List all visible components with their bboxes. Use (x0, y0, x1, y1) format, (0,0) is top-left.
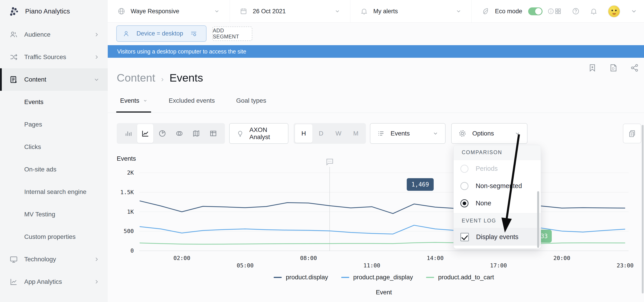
tab-label: Goal types (236, 97, 266, 104)
menu-item-label: Periods (476, 165, 498, 172)
legend-item[interactable]: product.page_display (341, 274, 413, 281)
my-alerts-dropdown[interactable]: My alerts (350, 0, 472, 23)
segment-chip-device-desktop[interactable]: Device = desktop (116, 25, 206, 42)
sidebar-item-traffic-sources[interactable]: Traffic Sources (0, 46, 108, 68)
menu-item-none[interactable]: None (454, 195, 541, 212)
tab-label: Events (120, 97, 140, 104)
legend-item[interactable]: product.display (274, 274, 328, 281)
axon-analyst-button[interactable]: AXON Analyst (229, 123, 288, 144)
user-avatar[interactable] (608, 5, 620, 18)
eco-mode-toggle[interactable] (528, 8, 542, 15)
x-tick-label: 23:00 (610, 262, 641, 269)
menu-item-periods[interactable]: Periods (454, 160, 541, 177)
notifications-bell-icon[interactable] (590, 8, 598, 15)
line-chart-icon (10, 277, 18, 286)
report-document-icon[interactable]: D (609, 63, 618, 72)
legend-swatch (426, 277, 434, 278)
tab-excluded-events[interactable]: Excluded events (169, 97, 215, 104)
site-selector[interactable]: Waye Responsive (108, 0, 230, 23)
checkbox-checked[interactable] (460, 233, 469, 241)
sidebar-item-custom-properties[interactable]: Custom properties (0, 226, 108, 248)
page-scrollbar[interactable] (642, 125, 644, 293)
chevron-down-icon (94, 77, 99, 82)
sidebar-item-technology[interactable]: Technology (0, 248, 108, 270)
y-tick-label: 1.5K (107, 189, 134, 195)
x-tick-label: 14:00 (420, 255, 451, 261)
sidebar-item-label: On-site ads (24, 166, 56, 173)
tabs-divider (108, 113, 644, 113)
data-label-badge: 1,469 (407, 178, 434, 191)
sidebar-item-label: Technology (24, 256, 56, 263)
sidebar-item-pages[interactable]: Pages (0, 113, 108, 136)
options-dropdown[interactable]: Options (451, 123, 528, 144)
piano-analytics-app: Piano Analytics Audience (0, 0, 644, 302)
menu-scrollbar[interactable] (537, 191, 539, 248)
period-month-button[interactable]: M (347, 124, 365, 143)
tab-goal-types[interactable]: Goal types (236, 97, 266, 104)
sidebar-item-audience[interactable]: Audience (0, 23, 108, 46)
sidebar-item-label: Events (24, 98, 44, 106)
period-day-button[interactable]: D (312, 124, 330, 143)
map-button[interactable] (188, 124, 204, 143)
apps-grid-icon[interactable] (554, 8, 562, 15)
add-segment-button[interactable]: ADD SEGMENT (212, 27, 252, 41)
app-title: Piano Analytics (25, 8, 70, 15)
y-tick-label: 1K (107, 208, 134, 215)
toggle-knob (535, 8, 542, 15)
metric-dropdown-value: Events (390, 130, 410, 137)
y-tick-label: 500 (107, 228, 134, 234)
sidebar-item-clicks[interactable]: Clicks (0, 136, 108, 158)
menu-item-label: Display events (476, 233, 518, 241)
radio-button[interactable] (460, 182, 468, 190)
sidebar-item-label: Pages (24, 121, 42, 128)
line-chart[interactable] (139, 165, 628, 253)
sidebar-item-internal-search-engine[interactable]: Internal search engine (0, 181, 108, 203)
menu-item-non-segmented[interactable]: Non-segmented (454, 177, 541, 195)
info-icon[interactable] (548, 8, 554, 15)
banner-text: Visitors using a desktop computer to acc… (117, 48, 246, 55)
radio-button-selected[interactable] (460, 199, 468, 207)
sidebar-item-label: Traffic Sources (24, 54, 66, 61)
sidebar-item-label: App Analytics (24, 278, 62, 285)
globe-icon (118, 8, 125, 15)
list-icon (377, 130, 385, 137)
legend-item[interactable]: product.add_to_cart (426, 274, 494, 281)
pie-chart-button[interactable] (154, 124, 170, 143)
line-chart-button[interactable] (137, 124, 153, 143)
metric-dropdown[interactable]: Events (370, 123, 446, 144)
axon-analyst-label: AXON Analyst (250, 126, 281, 141)
person-icon (122, 30, 130, 37)
date-picker[interactable]: 26 Oct 2021 (230, 0, 350, 23)
share-icon[interactable] (630, 63, 639, 72)
sidebar-item-events[interactable]: Events (0, 91, 108, 113)
sidebar-item-content[interactable]: Content (0, 68, 108, 91)
breadcrumb-parent: Content (117, 72, 155, 84)
chevron-down-icon (214, 8, 220, 14)
annotation-comment-icon[interactable] (325, 157, 334, 167)
period-hour-button[interactable]: H (295, 124, 312, 143)
users-icon (10, 30, 18, 39)
options-menu: COMPARISON Periods Non-segmented None EV… (454, 145, 541, 249)
sidebar-item-label: Clicks (24, 143, 41, 151)
menu-item-display-events[interactable]: Display events (454, 228, 541, 246)
duplicate-view-button[interactable] (623, 124, 641, 143)
x-tick-label: 17:00 (483, 262, 514, 269)
sidebar-item-mv-testing[interactable]: MV Testing (0, 203, 108, 226)
sidebar-item-app-analytics[interactable]: App Analytics (0, 270, 108, 293)
radio-button[interactable] (460, 165, 468, 173)
bookmark-star-icon[interactable] (588, 63, 597, 72)
breadcrumb: Content › Events (117, 72, 203, 84)
table-button[interactable] (205, 124, 221, 143)
app-logo[interactable]: Piano Analytics (0, 0, 108, 23)
tab-events[interactable]: Events (120, 97, 148, 104)
sidebar-item-label: Internal search engine (24, 188, 86, 195)
sidebar-item-on-site-ads[interactable]: On-site ads (0, 158, 108, 181)
comparison-section-header: COMPARISON (454, 145, 541, 160)
venn-diagram-button[interactable] (171, 124, 188, 143)
lightbulb-icon (236, 130, 244, 137)
period-week-button[interactable]: W (330, 124, 347, 143)
help-icon[interactable] (572, 8, 580, 15)
account-chevron-down-icon[interactable] (630, 8, 637, 15)
segment-settings-icon[interactable] (190, 30, 198, 38)
bar-chart-button[interactable] (120, 124, 136, 143)
